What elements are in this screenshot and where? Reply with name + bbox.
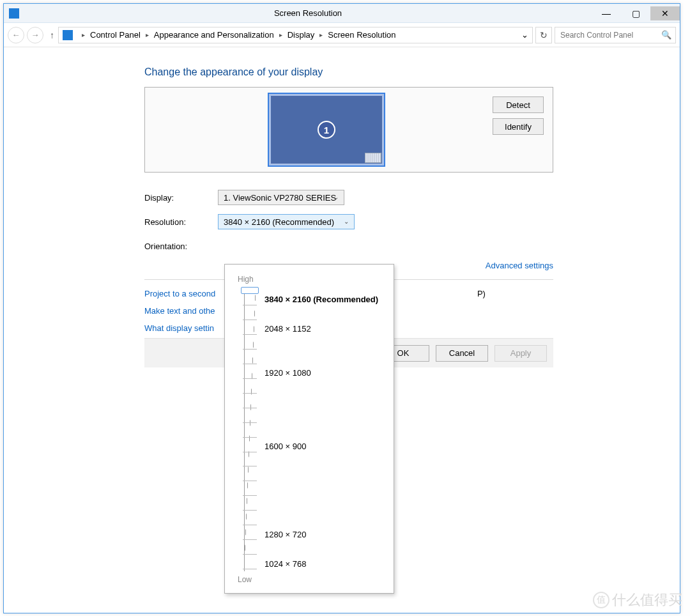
search-input[interactable] bbox=[559, 30, 661, 40]
titlebar: Screen Resolution — ▢ ✕ bbox=[4, 4, 680, 23]
resolution-option[interactable]: 2048 × 1152 bbox=[264, 324, 311, 334]
page-heading: Change the appearance of your display bbox=[144, 66, 680, 78]
detect-button[interactable]: Detect bbox=[493, 96, 544, 113]
slider-tick bbox=[243, 320, 257, 320]
chevron-right-icon: ▸ bbox=[146, 31, 149, 38]
resolution-option[interactable]: 1920 × 1080 bbox=[264, 368, 311, 378]
resolution-combo[interactable]: 3840 × 2160 (Recommended) ⌄ bbox=[218, 214, 355, 229]
chevron-right-icon: ▸ bbox=[279, 31, 282, 38]
display-preview: 1 Detect Identify bbox=[144, 87, 553, 173]
keyboard-icon bbox=[365, 153, 381, 163]
slider-tick bbox=[243, 334, 257, 335]
slider-tick bbox=[243, 364, 257, 364]
minimize-button[interactable]: — bbox=[592, 6, 621, 20]
watermark: 值 什么值得买 bbox=[593, 590, 682, 610]
slider-track-diag bbox=[244, 290, 256, 571]
back-button[interactable]: ← bbox=[8, 27, 24, 43]
slider-tick bbox=[243, 525, 257, 525]
search-icon: 🔍 bbox=[661, 30, 671, 40]
breadcrumb[interactable]: ▸ Control Panel ▸ Appearance and Persona… bbox=[58, 27, 533, 43]
monitor-number: 1 bbox=[318, 121, 335, 139]
display-combo-value: 1. ViewSonic VP2780 SERIES bbox=[224, 193, 336, 203]
breadcrumb-item[interactable]: Display bbox=[288, 30, 315, 40]
resolution-dropdown[interactable]: High 3840 × 2160 (Recommended)2048 × 115… bbox=[224, 264, 394, 594]
slider-tick bbox=[243, 452, 257, 452]
high-label: High bbox=[238, 275, 381, 284]
resolution-option[interactable]: 1600 × 900 bbox=[264, 442, 306, 451]
resolution-combo-value: 3840 × 2160 (Recommended) bbox=[224, 217, 334, 227]
navbar: ← → ↑ ▸ Control Panel ▸ Appearance and P… bbox=[4, 23, 680, 47]
window: Screen Resolution — ▢ ✕ ← → ↑ ▸ Control … bbox=[3, 3, 680, 613]
chevron-right-icon: ▸ bbox=[319, 31, 323, 38]
resolution-label: Resolution: bbox=[144, 217, 218, 227]
cancel-button[interactable]: Cancel bbox=[436, 345, 488, 362]
low-label: Low bbox=[238, 575, 252, 584]
display-label: Display: bbox=[144, 193, 218, 203]
watermark-text: 什么值得买 bbox=[612, 590, 682, 610]
monitor-icon bbox=[63, 30, 73, 40]
search-box[interactable]: 🔍 bbox=[555, 27, 676, 43]
breadcrumb-item[interactable]: Control Panel bbox=[90, 30, 141, 40]
slider-tick bbox=[243, 408, 257, 408]
close-button[interactable]: ✕ bbox=[650, 6, 680, 20]
resolution-option[interactable]: 3840 × 2160 (Recommended) bbox=[264, 295, 378, 304]
apply-button[interactable]: Apply bbox=[494, 345, 547, 362]
chevron-down-icon[interactable]: ⌄ bbox=[521, 30, 528, 40]
chevron-down-icon: ⌄ bbox=[334, 194, 339, 201]
window-controls: — ▢ ✕ bbox=[592, 6, 680, 20]
display-combo[interactable]: 1. ViewSonic VP2780 SERIES ⌄ bbox=[218, 190, 344, 205]
slider-tick bbox=[243, 349, 257, 350]
project-second-screen-link[interactable]: Project to a second bbox=[144, 289, 215, 298]
slider-tick bbox=[243, 393, 257, 394]
identify-button[interactable]: Identify bbox=[493, 118, 544, 135]
project-suffix: P) bbox=[477, 289, 486, 298]
maximize-button[interactable]: ▢ bbox=[621, 6, 650, 20]
watermark-icon: 值 bbox=[593, 592, 610, 608]
slider-thumb[interactable] bbox=[241, 287, 259, 294]
advanced-settings-link[interactable]: Advanced settings bbox=[486, 261, 553, 270]
settings-form: Display: 1. ViewSonic VP2780 SERIES ⌄ Re… bbox=[144, 185, 553, 258]
slider-tick bbox=[243, 378, 257, 379]
window-title: Screen Resolution bbox=[24, 8, 592, 18]
breadcrumb-item[interactable]: Screen Resolution bbox=[328, 30, 395, 40]
slider-tick bbox=[243, 437, 257, 438]
slider-tick bbox=[243, 554, 257, 555]
slider-tick bbox=[243, 495, 257, 496]
slider-tick bbox=[243, 305, 257, 305]
slider-tick bbox=[243, 422, 257, 423]
refresh-button[interactable]: ↻ bbox=[535, 27, 552, 43]
app-icon bbox=[9, 8, 19, 19]
slider-tick bbox=[243, 481, 257, 481]
slider-tick bbox=[243, 466, 257, 466]
resolution-option[interactable]: 1280 × 720 bbox=[264, 530, 306, 539]
content: Change the appearance of your display 1 … bbox=[4, 47, 680, 613]
chevron-down-icon: ⌄ bbox=[344, 218, 349, 225]
slider-tick bbox=[243, 569, 257, 569]
chevron-right-icon: ▸ bbox=[82, 31, 85, 38]
slider-tick bbox=[243, 539, 257, 540]
resolution-option[interactable]: 1024 × 768 bbox=[264, 559, 306, 569]
breadcrumb-item[interactable]: Appearance and Personalization bbox=[154, 30, 274, 40]
orientation-label: Orientation: bbox=[144, 242, 218, 251]
slider-tick bbox=[243, 510, 257, 511]
monitor-preview[interactable]: 1 bbox=[268, 93, 385, 167]
up-button[interactable]: ↑ bbox=[50, 30, 54, 40]
forward-button[interactable]: → bbox=[27, 27, 43, 43]
resolution-slider[interactable] bbox=[243, 290, 257, 571]
